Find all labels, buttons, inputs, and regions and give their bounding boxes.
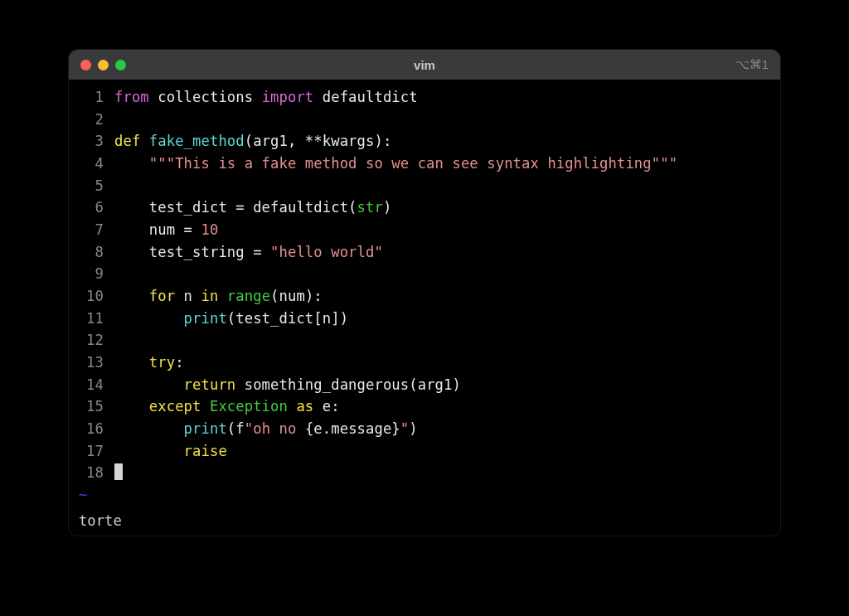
line-number: 17: [69, 440, 107, 463]
code-line: 5: [69, 175, 780, 197]
code-line: 17 raise: [69, 440, 780, 463]
maximize-button[interactable]: [115, 60, 126, 70]
line-number: 13: [69, 352, 107, 374]
code-content: try:: [107, 352, 184, 374]
code-line: 10 for n in range(num):: [69, 285, 780, 308]
code-line: 16 print(f"oh no {e.message}"): [69, 418, 780, 440]
line-number: 5: [69, 175, 107, 197]
code-line: 1 from collections import defaultdict: [69, 86, 780, 109]
code-content: except Exception as e:: [107, 395, 340, 418]
code-content: print(test_dict[n]): [107, 308, 348, 330]
code-line: 8 test_string = "hello world": [69, 241, 780, 264]
code-content: print(f"oh no {e.message}"): [107, 418, 418, 440]
code-line: 9: [69, 263, 780, 285]
tilde-line: ~: [69, 484, 780, 507]
close-button[interactable]: [80, 60, 91, 70]
line-number: 11: [69, 308, 107, 330]
code-content: for n in range(num):: [107, 285, 323, 308]
traffic-lights: [80, 60, 126, 70]
line-number: 6: [69, 196, 107, 219]
line-number: 15: [69, 395, 107, 418]
line-number: 18: [69, 462, 107, 484]
code-line: 4 """This is a fake method so we can see…: [69, 153, 780, 175]
code-content: test_dict = defaultdict(str): [107, 196, 391, 219]
code-content: raise: [107, 440, 227, 463]
code-line: 6 test_dict = defaultdict(str): [69, 196, 780, 219]
line-number: 16: [69, 418, 107, 440]
titlebar: vim ⌥⌘1: [69, 50, 780, 80]
code-line: 18: [69, 462, 780, 484]
cursor-block: [114, 463, 123, 480]
code-content: [107, 462, 123, 484]
code-line: 12: [69, 329, 780, 352]
code-line: 13 try:: [69, 352, 780, 374]
code-content: from collections import defaultdict: [107, 86, 418, 109]
line-number: 10: [69, 285, 107, 308]
line-number: 12: [69, 329, 107, 352]
empty-line-tilde: ~: [69, 484, 87, 507]
code-content: test_string = "hello world": [107, 241, 383, 264]
code-content: """This is a fake method so we can see s…: [107, 153, 677, 175]
terminal-window: vim ⌥⌘1 1 from collections import defaul…: [69, 50, 780, 536]
window-shortcut: ⌥⌘1: [735, 57, 769, 72]
line-number: 7: [69, 219, 107, 241]
editor-area[interactable]: 1 from collections import defaultdict 2 …: [69, 80, 780, 512]
line-number: 8: [69, 241, 107, 264]
status-line: torte: [69, 512, 780, 536]
code-content: def fake_method(arg1, **kwargs):: [107, 130, 391, 153]
code-line: 3 def fake_method(arg1, **kwargs):: [69, 130, 780, 153]
code-line: 14 return something_dangerous(arg1): [69, 374, 780, 396]
line-number: 1: [69, 86, 107, 109]
code-content: num = 10: [107, 219, 218, 241]
code-line: 15 except Exception as e:: [69, 395, 780, 418]
window-title: vim: [69, 58, 780, 72]
minimize-button[interactable]: [98, 60, 109, 70]
code-line: 11 print(test_dict[n]): [69, 308, 780, 330]
line-number: 14: [69, 374, 107, 396]
line-number: 2: [69, 109, 107, 131]
code-line: 7 num = 10: [69, 219, 780, 241]
line-number: 9: [69, 263, 107, 285]
code-line: 2: [69, 109, 780, 131]
line-number: 3: [69, 130, 107, 153]
code-content: return something_dangerous(arg1): [107, 374, 461, 396]
line-number: 4: [69, 153, 107, 175]
